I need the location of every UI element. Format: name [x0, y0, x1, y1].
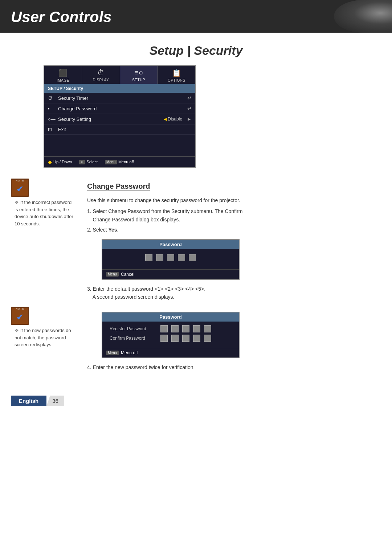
step-1: 1. Select Change Password from the Secur…: [87, 207, 381, 224]
password-dialog-2-row-2: Confirm Password: [110, 335, 232, 342]
osd-menu-container: ⬛ IMAGE ⏱ DISPLAY ≡○ SETUP 📋 OPTIONS SET…: [44, 65, 392, 168]
password-dialog-1-footer: Menu Cancel: [102, 269, 239, 279]
reg-dot-2: [171, 325, 179, 332]
osd-tabs: ⬛ IMAGE ⏱ DISPLAY ≡○ SETUP 📋 OPTIONS: [44, 66, 195, 84]
password-dialog-1: Password Menu Cancel: [102, 239, 240, 280]
step-3: 3. Enter the default password <1> <2> <3…: [87, 285, 381, 301]
osd-row-exit[interactable]: ⊡ Exit: [44, 124, 195, 135]
page-header-title: User Controls: [11, 8, 112, 26]
note-icon-2: ✔: [11, 307, 29, 325]
step-4: 4. Enter the new password twice for veri…: [87, 363, 381, 371]
select-key: ↵: [79, 160, 85, 164]
exit-icon: ⊡: [48, 127, 56, 132]
osd-menu: ⬛ IMAGE ⏱ DISPLAY ≡○ SETUP 📋 OPTIONS SET…: [44, 65, 196, 168]
conf-dot-3: [182, 335, 189, 342]
setup-tab-label: SETUP: [132, 78, 145, 82]
note-text-1: If the incorrect password is entered thr…: [11, 199, 76, 227]
reg-dot-5: [204, 325, 211, 332]
security-setting-label: Security Setting: [58, 116, 160, 122]
footer-language: English: [11, 396, 46, 406]
password-dialog-2-menu-key: Menu: [106, 351, 119, 355]
password-dialog-2: Password Register Password Confirm Passw…: [102, 312, 240, 358]
reg-dot-1: [160, 325, 168, 332]
password-dot-1-3: [167, 254, 174, 261]
osd-breadcrumb: SETUP / Security: [44, 84, 195, 93]
note-icon-1: ✔: [11, 179, 29, 197]
osd-tab-setup[interactable]: ≡○ SETUP: [120, 66, 158, 84]
page-footer: English 36: [0, 396, 392, 406]
register-password-label: Register Password: [110, 326, 157, 331]
password-dialog-1-menu-key: Menu: [106, 272, 119, 277]
right-column: Change Password Use this submenu to chan…: [87, 179, 381, 303]
register-password-dots: [160, 325, 211, 332]
password-dot-1-1: [145, 254, 152, 261]
password-dialog-2-menuoff: Menu off: [121, 350, 138, 355]
updown-label: Up / Down: [53, 160, 72, 164]
password-dialog-2-title: Password: [102, 312, 239, 322]
osd-footer-menuoff: Menu Menu off: [105, 160, 134, 164]
osd-row-security-timer[interactable]: ⏱ Security Timer ↵: [44, 93, 195, 103]
note-text-2: If the new passwords do not match, the p…: [11, 327, 76, 348]
section-intro: Use this submenu to change the security …: [87, 196, 381, 204]
note-badge-1: ✔: [11, 179, 76, 197]
image-tab-icon: ⬛: [46, 69, 80, 77]
security-timer-icon: ⏱: [48, 95, 56, 101]
conf-dot-2: [171, 335, 179, 342]
security-timer-arrow: ↵: [187, 95, 192, 101]
password-dialog-2-row-1: Register Password: [110, 325, 232, 332]
osd-footer-updown: ◆ Up / Down: [48, 159, 72, 165]
password-dots-1: [145, 254, 196, 261]
osd-tab-options[interactable]: 📋 OPTIONS: [158, 66, 195, 84]
note-box-2: ✔ If the new passwords do not match, the…: [11, 307, 76, 348]
confirm-password-label: Confirm Password: [110, 336, 157, 341]
display-tab-label: DISPLAY: [93, 78, 109, 82]
change-password-icon: ▪: [48, 106, 56, 111]
second-row: ✔ If the new passwords do not match, the…: [0, 307, 392, 373]
left-column-2: ✔ If the new passwords do not match, the…: [11, 307, 76, 373]
menu-key-footer: Menu: [105, 160, 117, 164]
step-2: 2. Select Yes.: [87, 226, 381, 234]
options-tab-icon: 📋: [159, 69, 194, 77]
setup-tab-icon: ≡○: [122, 69, 156, 77]
footer-page: 36: [46, 396, 64, 406]
change-password-arrow: ↵: [187, 106, 192, 111]
security-setting-icon: ○—: [48, 116, 56, 122]
menuoff-label: Menu off: [118, 160, 134, 164]
right-column-2: Password Register Password Confirm Passw…: [87, 307, 381, 373]
password-dialog-2-body: Register Password Confirm Password: [102, 322, 239, 348]
conf-dot-4: [193, 335, 200, 342]
password-dialog-1-title: Password: [102, 240, 239, 249]
osd-spacer: [44, 135, 195, 156]
left-column: ✔ If the incorrect password is entered t…: [11, 179, 76, 303]
reg-dot-3: [182, 325, 189, 332]
display-tab-icon: ⏱: [83, 69, 118, 77]
conf-dot-1: [160, 335, 168, 342]
image-tab-label: IMAGE: [57, 78, 69, 82]
conf-dot-5: [204, 335, 211, 342]
note-checkmark-2: ✔: [16, 312, 24, 322]
password-dialog-2-footer: Menu Menu off: [102, 348, 239, 357]
page-header: User Controls: [0, 0, 392, 33]
security-setting-right-arrow: ►: [187, 116, 192, 122]
change-password-label: Change Password: [58, 106, 185, 111]
password-dialog-1-cancel: Cancel: [121, 272, 134, 277]
security-timer-label: Security Timer: [58, 95, 185, 101]
reg-dot-4: [193, 325, 200, 332]
section-heading: Change Password: [87, 182, 150, 191]
security-setting-value: Disable: [168, 116, 182, 122]
osd-row-security-setting[interactable]: ○— Security Setting ◄ Disable ►: [44, 114, 195, 124]
osd-footer: ◆ Up / Down ↵ Select Menu Menu off: [44, 156, 195, 167]
note-checkmark-1: ✔: [16, 184, 24, 194]
password-dialog-1-body: [102, 249, 239, 269]
password-dot-1-2: [156, 254, 163, 261]
osd-tab-image[interactable]: ⬛ IMAGE: [44, 66, 82, 84]
security-setting-left-arrow: ◄: [163, 116, 168, 122]
password-dot-1-5: [189, 254, 196, 261]
osd-row-change-password[interactable]: ▪ Change Password ↵: [44, 103, 195, 114]
updown-icon: ◆: [48, 159, 52, 165]
confirm-password-dots: [160, 335, 211, 342]
select-label: Select: [86, 160, 98, 164]
page-subtitle: Setup | Security: [0, 44, 392, 58]
osd-tab-display[interactable]: ⏱ DISPLAY: [82, 66, 120, 84]
options-tab-label: OPTIONS: [168, 78, 185, 82]
